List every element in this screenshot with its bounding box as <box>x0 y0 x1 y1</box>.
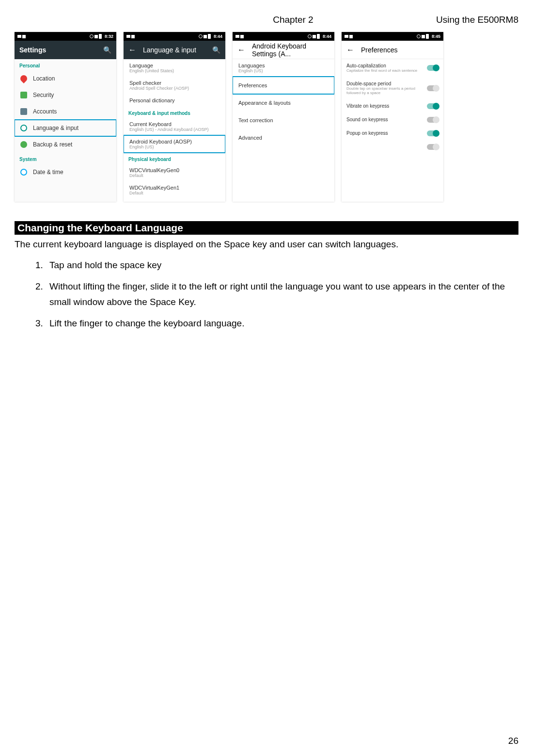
app-bar: ← Android Keyboard Settings (A... <box>233 41 334 59</box>
clock-icon <box>20 169 27 176</box>
pref-vibrate[interactable]: Vibrate on keypress <box>342 99 443 113</box>
alarm-icon <box>417 34 421 38</box>
step-3: Lift the finger to change the keyboard l… <box>46 316 518 331</box>
search-icon[interactable]: 🔍 <box>103 46 111 54</box>
notif-icon <box>240 35 244 38</box>
category-keyboard: Keyboard & input methods <box>124 107 225 118</box>
category-system: System <box>15 153 116 164</box>
settings-row-security[interactable]: Security <box>15 87 116 103</box>
back-icon[interactable]: ← <box>237 46 245 54</box>
globe-icon <box>20 125 27 131</box>
pref-disabled-1 <box>342 140 443 154</box>
alarm-icon <box>90 34 94 38</box>
clock: 8:32 <box>105 34 113 39</box>
status-bar: 8:45 <box>342 32 443 41</box>
row-preferences[interactable]: Preferences <box>233 77 334 94</box>
app-title: Settings <box>19 46 96 54</box>
preferences-list: Auto-capitalizationCapitalize the first … <box>342 59 443 202</box>
screenshot-language-input: 8:44 ← Language & input 🔍 LanguageEnglis… <box>124 32 225 202</box>
notif-icon <box>126 35 130 38</box>
row-advanced[interactable]: Advanced <box>233 129 334 146</box>
toggle-disabled <box>427 144 439 150</box>
battery-icon <box>99 34 102 39</box>
toggle-popup[interactable] <box>427 130 439 136</box>
settings-row-accounts[interactable]: Accounts <box>15 103 116 120</box>
clock: 8:44 <box>214 34 222 39</box>
app-bar: ← Preferences <box>342 41 443 59</box>
clock: 8:45 <box>432 34 440 39</box>
person-icon <box>20 108 27 115</box>
app-title: Language & input <box>143 46 205 54</box>
toggle-auto-cap[interactable] <box>427 65 439 71</box>
lock-icon <box>20 92 27 98</box>
back-icon[interactable]: ← <box>346 46 354 54</box>
signal-icon <box>422 35 425 38</box>
signal-icon <box>204 35 207 38</box>
toggle-vibrate[interactable] <box>427 103 439 109</box>
row-text-correction[interactable]: Text correction <box>233 112 334 129</box>
alarm-icon <box>199 34 203 38</box>
row-virtual-key0[interactable]: WDCVirtualKeyGen0Default <box>124 164 225 181</box>
settings-list: LanguagesEnglish (US) Preferences Appear… <box>233 59 334 202</box>
page-header: Chapter 2 Using the E500RM8 <box>15 15 518 25</box>
section-heading: Changing the Keyboard Language <box>15 221 518 235</box>
battery-icon <box>317 34 320 39</box>
pref-double-space[interactable]: Double-space periodDouble tap on spaceba… <box>342 77 443 99</box>
page-number: 26 <box>508 736 518 746</box>
app-title: Preferences <box>361 46 439 54</box>
screenshot-preferences: 8:45 ← Preferences Auto-capitalizationCa… <box>342 32 443 202</box>
back-icon[interactable]: ← <box>128 46 136 54</box>
location-icon <box>19 74 29 83</box>
signal-icon <box>94 35 98 38</box>
row-appearance[interactable]: Appearance & layouts <box>233 94 334 112</box>
category-personal: Personal <box>15 59 116 70</box>
notif-icon <box>131 35 135 38</box>
screenshot-settings: 8:32 Settings 🔍 Personal Location Securi… <box>15 32 116 202</box>
battery-icon <box>426 34 429 39</box>
settings-row-language[interactable]: Language & input <box>15 120 116 136</box>
pref-auto-cap[interactable]: Auto-capitalizationCapitalize the first … <box>342 59 443 77</box>
notif-icon <box>235 35 239 38</box>
header-title: Using the E500RM8 <box>436 15 518 25</box>
notif-icon <box>345 35 348 38</box>
app-bar: Settings 🔍 <box>15 41 116 59</box>
row-languages[interactable]: LanguagesEnglish (US) <box>233 59 334 77</box>
settings-row-datetime[interactable]: Date & time <box>15 164 116 180</box>
toggle-sound[interactable] <box>427 117 439 123</box>
toggle-double-space[interactable] <box>427 85 439 91</box>
row-language[interactable]: LanguageEnglish (United States) <box>124 59 225 77</box>
settings-row-backup[interactable]: Backup & reset <box>15 136 116 153</box>
search-icon[interactable]: 🔍 <box>212 46 220 54</box>
notif-icon <box>17 35 21 38</box>
clock: 8:44 <box>323 34 331 39</box>
settings-row-location[interactable]: Location <box>15 70 116 87</box>
step-2: Without lifting the finger, slide it to … <box>46 279 518 310</box>
pref-popup[interactable]: Popup on keypress <box>342 127 443 140</box>
notif-icon <box>349 35 353 38</box>
category-physical: Physical keyboard <box>124 153 225 164</box>
app-bar: ← Language & input 🔍 <box>124 41 225 59</box>
status-bar: 8:32 <box>15 32 116 41</box>
step-1: Tap and hold the space key <box>46 257 518 273</box>
status-bar: 8:44 <box>233 32 334 41</box>
settings-list: Personal Location Security Accounts Lang… <box>15 59 116 202</box>
steps-list: Tap and hold the space key Without lifti… <box>46 257 518 332</box>
row-android-keyboard[interactable]: Android Keyboard (AOSP)English (US) <box>124 135 225 153</box>
row-current-keyboard[interactable]: Current KeyboardEnglish (US) - Android K… <box>124 118 225 135</box>
screenshot-row: 8:32 Settings 🔍 Personal Location Securi… <box>15 32 518 202</box>
alarm-icon <box>308 34 312 38</box>
row-virtual-key1[interactable]: WDCVirtualKeyGen1Default <box>124 181 225 199</box>
body-text: The current keyboard language is display… <box>15 238 518 252</box>
pref-sound[interactable]: Sound on keypress <box>342 113 443 127</box>
cloud-icon <box>20 141 27 148</box>
row-spellchecker[interactable]: Spell checkerAndroid Spell Checker (AOSP… <box>124 77 225 94</box>
app-title: Android Keyboard Settings (A... <box>252 42 329 58</box>
chapter-label: Chapter 2 <box>150 15 436 25</box>
battery-icon <box>208 34 211 39</box>
settings-list: LanguageEnglish (United States) Spell ch… <box>124 59 225 202</box>
row-dictionary[interactable]: Personal dictionary <box>124 94 225 107</box>
screenshot-keyboard-settings: 8:44 ← Android Keyboard Settings (A... L… <box>233 32 334 202</box>
notif-icon <box>22 35 26 38</box>
status-bar: 8:44 <box>124 32 225 41</box>
signal-icon <box>313 35 316 38</box>
